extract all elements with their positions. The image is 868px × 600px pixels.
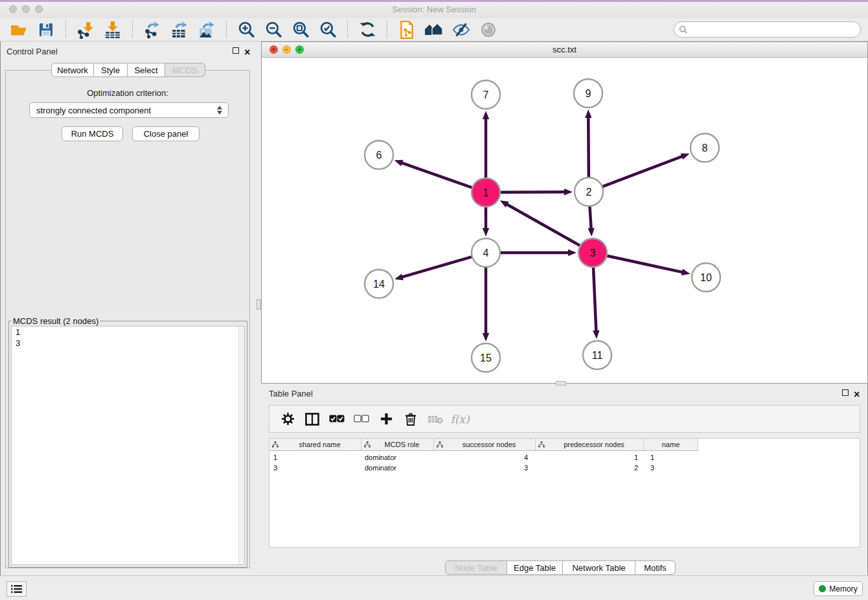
zoom-in-button[interactable] — [235, 20, 257, 40]
table-toolbar: f(x) — [269, 405, 860, 433]
save-session-button[interactable] — [35, 20, 57, 40]
graph-node-label: 3 — [590, 248, 596, 259]
tab-node-table[interactable]: Node Table — [445, 560, 507, 575]
tab-edge-table[interactable]: Edge Table — [507, 560, 563, 575]
attribute-tree-icon — [364, 441, 371, 448]
graph-edge-4-14[interactable] — [402, 257, 474, 277]
open-folder-icon — [10, 21, 28, 39]
zoom-fit-button[interactable] — [290, 20, 312, 40]
cell-mcds-role[interactable]: dominator — [361, 463, 434, 473]
column-header-mcds-role[interactable]: MCDS role — [361, 439, 434, 450]
graph-node-label: 2 — [586, 187, 592, 198]
graph-edge-2-9[interactable] — [588, 117, 589, 179]
hide-selected-button[interactable] — [450, 20, 472, 40]
tab-network[interactable]: Network — [51, 63, 94, 77]
window-titlebar: Session: New Session — [0, 0, 868, 18]
network-canvas[interactable]: 7968124314101511 — [262, 58, 867, 383]
refresh-icon — [359, 21, 376, 38]
column-header-predecessor-nodes[interactable]: predecessor nodes — [536, 439, 644, 450]
horizontal-splitter-grip[interactable] — [556, 381, 566, 386]
cell-mcds-role[interactable]: dominator — [361, 452, 434, 463]
graph-node-label: 10 — [700, 272, 712, 283]
graph-edge-arrowhead — [483, 333, 489, 341]
table-settings-button[interactable] — [280, 411, 295, 427]
zoom-out-icon — [265, 21, 282, 38]
close-panel-button[interactable]: Close panel — [132, 126, 200, 141]
column-layout-button[interactable] — [304, 411, 320, 427]
column-header-name[interactable]: name — [644, 439, 698, 450]
add-column-button[interactable] — [378, 411, 394, 427]
select-all-columns-button[interactable] — [329, 411, 345, 427]
attribute-tree-icon — [272, 441, 279, 448]
export-network-button[interactable] — [141, 20, 163, 40]
delete-table-button — [428, 411, 443, 427]
import-network-button[interactable] — [74, 20, 97, 40]
trash-icon — [405, 413, 417, 426]
network-view-window: × − + scc.txt 7968124314101511 — [261, 41, 868, 384]
zoom-out-button[interactable] — [262, 20, 284, 40]
export-table-button[interactable] — [168, 20, 190, 40]
tab-select[interactable]: Select — [128, 63, 165, 77]
close-panel-icon[interactable]: × — [244, 49, 250, 56]
float-panel-icon[interactable] — [233, 47, 239, 54]
cell-name[interactable]: 3 — [644, 463, 698, 473]
tab-network-table[interactable]: Network Table — [563, 560, 635, 575]
table-row[interactable]: 1 dominator 4 1 1 — [269, 452, 860, 463]
show-all-button[interactable] — [477, 20, 499, 40]
zoom-selected-icon — [319, 21, 337, 38]
graph-edge-3-10[interactable] — [606, 255, 683, 272]
column-header-successor-nodes[interactable]: successor nodes — [434, 439, 536, 450]
cell-shared-name[interactable]: 3 — [269, 463, 361, 473]
graph-edge-2-3[interactable] — [589, 205, 591, 229]
graph-edge-arrowhead — [593, 330, 599, 339]
refresh-button[interactable] — [356, 20, 378, 40]
table-row[interactable]: 3 dominator 3 2 3 — [269, 463, 860, 473]
criterion-dropdown[interactable]: strongly connected component — [29, 102, 229, 118]
cell-successor-nodes[interactable]: 3 — [434, 463, 536, 473]
search-input[interactable] — [688, 23, 860, 36]
show-log-console-button[interactable] — [6, 581, 27, 597]
graph-node-label: 7 — [483, 89, 489, 100]
cell-name[interactable]: 1 — [644, 452, 698, 463]
network-graph: 7968124314101511 — [262, 58, 867, 383]
graph-edge-arrowhead — [564, 189, 573, 195]
tab-mcds[interactable]: MCDS — [165, 63, 205, 77]
import-table-button[interactable] — [102, 20, 124, 40]
graph-edge-1-2[interactable] — [499, 192, 565, 192]
tab-motifs[interactable]: Motifs — [635, 560, 676, 575]
cell-successor-nodes[interactable]: 4 — [434, 452, 536, 463]
search-field[interactable] — [674, 21, 861, 38]
cell-predecessor-nodes[interactable]: 2 — [536, 463, 644, 473]
close-table-panel-icon[interactable]: × — [854, 391, 860, 398]
delete-column-button[interactable] — [403, 411, 418, 427]
float-table-panel-icon[interactable] — [842, 389, 849, 396]
memory-button[interactable]: Memory — [814, 581, 863, 596]
optimization-criterion-label: Optimization criterion: — [6, 88, 249, 98]
toolbar-separator — [387, 21, 387, 39]
graph-edge-2-8[interactable] — [601, 156, 683, 187]
control-panel-tabs: Network Style Select MCDS — [51, 63, 205, 77]
accent-strip — [0, 0, 868, 2]
vertical-splitter-grip[interactable] — [257, 299, 261, 310]
export-image-button[interactable] — [196, 20, 218, 40]
result-scrollbar[interactable] — [238, 327, 244, 564]
cell-predecessor-nodes[interactable]: 1 — [536, 452, 644, 463]
zoom-selected-button[interactable] — [317, 20, 339, 40]
network-window-titlebar[interactable]: × − + scc.txt — [262, 42, 867, 58]
graph-edge-3-11[interactable] — [593, 266, 597, 332]
mcds-result-list[interactable]: 1 3 — [11, 326, 245, 565]
graph-edge-arrowhead — [681, 154, 690, 160]
open-session-button[interactable] — [8, 20, 30, 40]
new-network-from-selection-button[interactable] — [396, 20, 418, 40]
home-button[interactable] — [423, 20, 445, 40]
column-header-shared-name[interactable]: shared name — [269, 439, 361, 450]
tab-style[interactable]: Style — [94, 63, 128, 77]
deselect-all-columns-button[interactable] — [354, 411, 369, 427]
memory-label: Memory — [829, 584, 857, 594]
graph-node-label: 9 — [586, 88, 591, 99]
graph-edge-3-1[interactable] — [506, 204, 581, 247]
list-icon — [11, 584, 22, 594]
cell-shared-name[interactable]: 1 — [269, 452, 361, 463]
graph-edge-1-6[interactable] — [401, 163, 474, 188]
run-mcds-button[interactable]: Run MCDS — [62, 126, 123, 141]
